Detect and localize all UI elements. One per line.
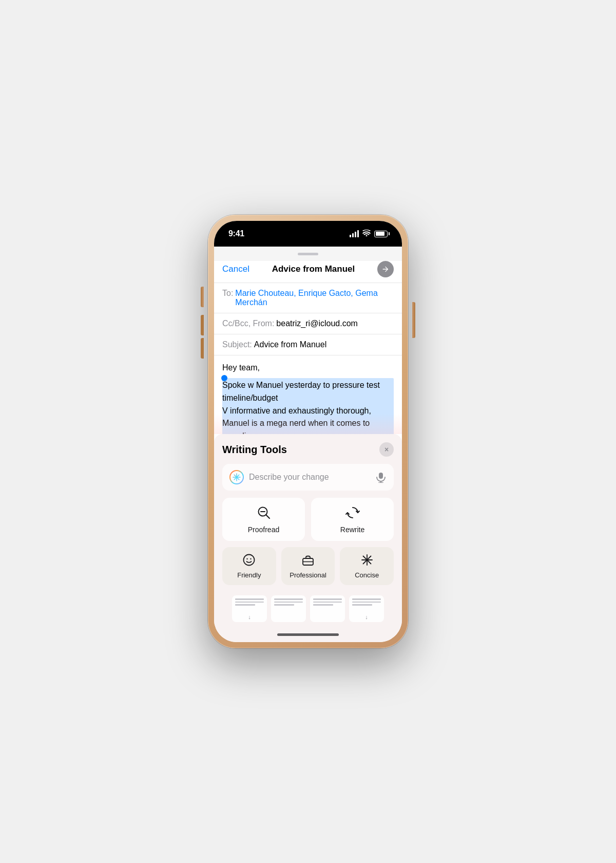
writing-tools-header: Writing Tools × (222, 442, 394, 457)
svg-point-12 (244, 555, 255, 566)
rewrite-button[interactable]: Rewrite (311, 498, 394, 541)
concise-icon (360, 553, 374, 569)
writing-tools-close-button[interactable]: × (379, 442, 394, 457)
writing-tools-panel: Writing Tools × (214, 434, 402, 631)
subject-field[interactable]: Subject: Advice from Manuel (214, 334, 402, 355)
phone-frame: 9:41 (208, 215, 408, 648)
rewrite-label: Rewrite (340, 526, 364, 534)
professional-icon (301, 553, 315, 569)
thumbnail-1[interactable]: ↓ (232, 595, 267, 622)
thumb-lines-1 (235, 598, 264, 606)
cc-label: Cc/Bcc, From: (222, 319, 274, 328)
proofread-label: Proofread (248, 526, 279, 534)
bottom-thumbnails: ↓ (222, 592, 394, 627)
wifi-icon (362, 230, 371, 238)
describe-input-container[interactable]: Describe your change (222, 464, 394, 491)
proofread-button[interactable]: Proofread (222, 498, 305, 541)
drag-bar (298, 253, 318, 255)
selection-handle-start (221, 375, 227, 381)
svg-rect-5 (379, 473, 383, 479)
friendly-label: Friendly (237, 571, 261, 579)
status-bar: 9:41 (214, 221, 402, 247)
from-email: beatriz_ri@icloud.com (276, 319, 358, 328)
writing-tools-title: Writing Tools (222, 444, 287, 456)
rewrite-icon (345, 505, 360, 522)
svg-point-13 (247, 558, 248, 559)
proofread-icon (256, 505, 272, 522)
signal-icon (350, 230, 359, 237)
microphone-icon[interactable] (375, 472, 387, 483)
cc-field[interactable]: Cc/Bcc, From: beatriz_ri@icloud.com (214, 313, 402, 334)
mail-header: Cancel Advice from Manuel (214, 261, 402, 283)
subject-label: Subject: (222, 340, 252, 349)
mail-title: Advice from Manuel (272, 264, 355, 274)
thumb-arrow-4: ↓ (365, 614, 368, 620)
send-button[interactable] (377, 261, 394, 277)
thumb-lines-3 (313, 598, 342, 606)
send-icon (381, 265, 390, 273)
drag-bar-area (214, 247, 402, 261)
thumb-lines-2 (274, 598, 303, 606)
thumbnail-3[interactable] (310, 595, 345, 622)
selected-text: Spoke w Manuel yesterday to pressure tes… (222, 378, 394, 434)
svg-line-10 (266, 515, 270, 518)
describe-input[interactable]: Describe your change (249, 473, 370, 482)
mail-content: Cancel Advice from Manuel To: Marie Chou… (214, 247, 402, 642)
svg-point-14 (251, 558, 252, 559)
home-indicator (214, 631, 402, 642)
home-bar (277, 633, 339, 636)
subject-value: Advice from Manuel (254, 340, 326, 349)
to-recipients: Marie Chouteau, Enrique Gacto, Gema Merc… (235, 289, 394, 307)
status-time: 9:41 (228, 229, 244, 238)
email-body[interactable]: Hey team, Spoke w Manuel yesterday to pr… (214, 355, 402, 434)
battery-icon (374, 231, 388, 237)
professional-label: Professional (290, 571, 326, 579)
thumb-lines-4 (352, 598, 381, 606)
tools-row-primary: Proofread Re (222, 498, 394, 541)
thumbnail-4[interactable]: ↓ (349, 595, 384, 622)
thumbnail-2[interactable] (271, 595, 306, 622)
concise-label: Concise (355, 571, 379, 579)
tools-row-secondary: Friendly Professional (222, 547, 394, 585)
body-greeting: Hey team, (222, 362, 394, 374)
selected-text-block: Spoke w Manuel yesterday to pressure tes… (222, 378, 394, 434)
friendly-button[interactable]: Friendly (222, 547, 276, 585)
status-icons (350, 230, 388, 238)
to-field[interactable]: To: Marie Chouteau, Enrique Gacto, Gema … (214, 283, 402, 313)
apple-intelligence-icon (229, 470, 244, 484)
cancel-button[interactable]: Cancel (222, 264, 249, 274)
friendly-icon (242, 553, 256, 569)
professional-button[interactable]: Professional (281, 547, 335, 585)
concise-button[interactable]: Concise (340, 547, 394, 585)
close-icon: × (384, 445, 389, 454)
to-label: To: (222, 289, 233, 298)
phone-screen: 9:41 (214, 221, 402, 642)
thumb-arrow-1: ↓ (248, 614, 251, 620)
